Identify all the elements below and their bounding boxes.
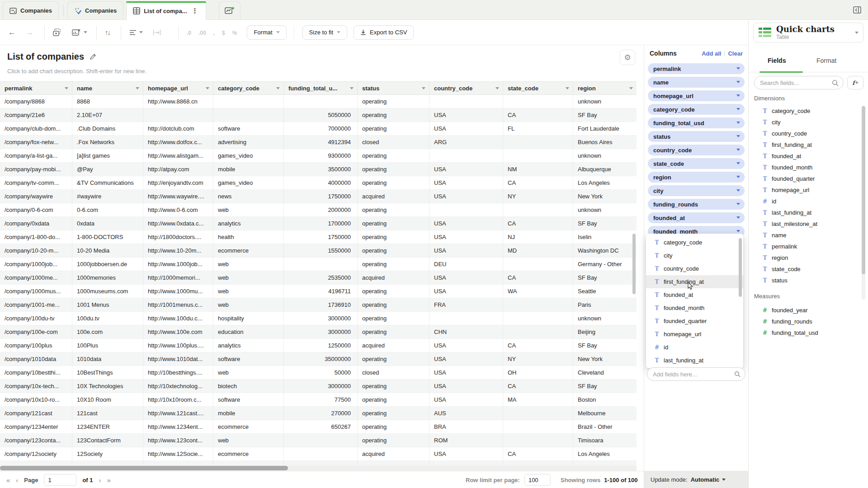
column-pill[interactable]: country_code [648, 145, 745, 155]
clear-link[interactable]: Clear [728, 50, 743, 57]
dimension-item[interactable]: T name [754, 230, 859, 241]
measure-item[interactable]: # funding_total_usd [754, 327, 859, 338]
dimension-item[interactable]: T last_milestone_at [754, 218, 859, 230]
field-option[interactable]: T city [646, 249, 743, 262]
horizontal-scrollbar-thumb[interactable] [0, 466, 288, 470]
format-button[interactable]: Format [247, 25, 286, 40]
dimension-item[interactable]: T founded_month [754, 162, 859, 173]
field-option[interactable]: T first_funding_at [646, 275, 743, 288]
pill-chevron-icon[interactable] [736, 216, 740, 219]
filter-chevron-icon[interactable] [136, 87, 139, 89]
tab-fields[interactable]: Fields [768, 57, 786, 64]
field-option[interactable]: T last_funding_at [646, 354, 743, 367]
popup-scrollbar[interactable] [739, 238, 742, 297]
field-option[interactable]: T country_code [646, 262, 743, 275]
column-pill[interactable]: founded_at [648, 212, 745, 223]
filter-chevron-icon[interactable] [629, 87, 633, 89]
filter-chevron-icon[interactable] [206, 87, 209, 89]
column-pill[interactable]: city [648, 185, 745, 196]
dimension-item[interactable]: # id [754, 196, 859, 207]
new-chart-tab-button[interactable] [219, 1, 241, 19]
table-header-cell[interactable]: permalink [0, 81, 72, 95]
dimension-item[interactable]: T state_code [754, 263, 859, 275]
pill-chevron-icon[interactable] [736, 203, 740, 205]
pill-chevron-icon[interactable] [736, 230, 740, 232]
add-formula-field-button[interactable]: f+ [847, 76, 863, 89]
collapse-panel-icon[interactable] [852, 5, 863, 15]
dimension-item[interactable]: T country_code [754, 128, 859, 139]
prev-page-button[interactable]: ‹ [16, 476, 18, 484]
dimension-item[interactable]: T founded_at [754, 150, 859, 162]
table-header-cell[interactable]: homepage_url [143, 81, 213, 95]
sort-icon[interactable]: ↑↓ [105, 29, 110, 36]
edit-title-icon[interactable] [90, 53, 96, 60]
pill-chevron-icon[interactable] [736, 108, 740, 110]
remove-chart-control[interactable] [72, 28, 87, 37]
pill-chevron-icon[interactable] [736, 135, 740, 137]
table-header-cell[interactable]: country_code [429, 81, 503, 95]
page-input[interactable] [44, 474, 76, 486]
column-pill[interactable]: funding_rounds [648, 199, 745, 210]
filter-chevron-icon[interactable] [566, 87, 569, 89]
column-pill[interactable]: homepage_url [648, 90, 745, 101]
table-header-cell[interactable]: state_code [503, 81, 573, 95]
pill-chevron-icon[interactable] [736, 162, 740, 164]
pill-chevron-icon[interactable] [736, 67, 740, 70]
tab-companies-dataset[interactable]: Companies [67, 1, 123, 19]
filter-chevron-icon[interactable] [350, 87, 354, 89]
table-vertical-scrollbar[interactable] [632, 234, 636, 294]
table-header-cell[interactable]: funding_total_u... [283, 81, 357, 95]
add-all-link[interactable]: Add all [702, 50, 721, 57]
add-fields-input[interactable] [653, 371, 734, 378]
row-limit-input[interactable] [524, 474, 551, 486]
undo-button[interactable]: ← [8, 28, 16, 36]
pill-chevron-icon[interactable] [736, 176, 740, 178]
dimension-item[interactable]: T last_funding_at [754, 207, 859, 218]
pill-chevron-icon[interactable] [736, 122, 740, 124]
column-pill[interactable]: category_code [648, 104, 745, 115]
export-csv-button[interactable]: Export to CSV [354, 25, 414, 40]
next-page-button[interactable]: › [99, 476, 101, 484]
tab-list-of-companies[interactable]: List of compa... ⋮ [126, 1, 206, 20]
table-header-cell[interactable]: category_code [213, 81, 283, 95]
dimension-item[interactable]: T region [754, 252, 859, 263]
field-option[interactable]: # id [646, 341, 743, 354]
column-pill[interactable]: region [648, 172, 745, 183]
field-option[interactable]: T founded_month [646, 301, 743, 314]
measure-item[interactable]: # funding_rounds [754, 316, 859, 327]
field-option[interactable]: T category_code [646, 236, 743, 249]
field-option[interactable]: T founded_quarter [646, 314, 743, 328]
update-mode-select[interactable]: Automatic [691, 476, 726, 483]
pill-chevron-icon[interactable] [736, 81, 740, 83]
column-pill[interactable]: permalink [648, 63, 745, 74]
table-header-cell[interactable]: region [573, 81, 637, 95]
dimension-item[interactable]: T category_code [754, 105, 859, 117]
dimension-item[interactable]: T status [754, 275, 859, 286]
chart-type-selector[interactable]: Quick charts Table [753, 23, 863, 42]
filter-chevron-icon[interactable] [276, 87, 280, 89]
duplicate-icon[interactable] [53, 28, 62, 37]
dimension-item[interactable]: T first_funding_at [754, 139, 859, 150]
field-option[interactable]: T homepage_url [646, 328, 743, 341]
first-page-button[interactable]: « [6, 476, 10, 484]
chart-description-placeholder[interactable]: Click to add chart description. Shift-en… [7, 68, 146, 75]
filter-chevron-icon[interactable] [422, 87, 425, 89]
column-pill[interactable]: status [648, 131, 745, 142]
tab-menu-icon[interactable]: ⋮ [191, 7, 199, 15]
table-header-cell[interactable]: name [72, 81, 143, 95]
align-control[interactable] [129, 29, 143, 36]
size-to-fit-button[interactable]: Size to fit [302, 25, 347, 40]
tab-companies-chart[interactable]: Companies [3, 1, 59, 19]
field-option[interactable]: T founded_at [646, 288, 743, 301]
search-fields-input[interactable] [760, 80, 832, 86]
pill-chevron-icon[interactable] [736, 149, 740, 151]
chart-settings-button[interactable]: ⚙ [620, 50, 635, 65]
last-page-button[interactable]: » [107, 476, 111, 484]
tab-format[interactable]: Format [816, 57, 836, 64]
table-header-cell[interactable]: status [357, 81, 429, 95]
dimension-item[interactable]: T permalink [754, 241, 859, 252]
column-pill[interactable]: name [648, 77, 745, 88]
dimension-item[interactable]: T founded_quarter [754, 173, 859, 184]
fields-scrollbar-thumb[interactable] [862, 106, 865, 274]
dimension-item[interactable]: T city [754, 117, 859, 128]
